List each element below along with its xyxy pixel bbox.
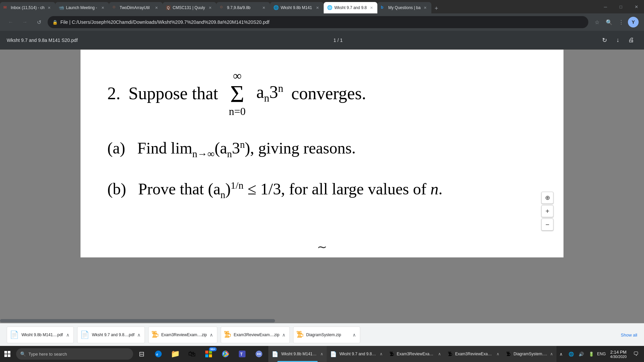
cmsc131-favicon: Q [166,5,171,10]
lang-label[interactable]: ENG [597,349,606,359]
download-item-5[interactable]: 🗜 DiagramSystem.zip ∧ [293,326,360,343]
download-item-2[interactable]: 📄 Wksht 9.7 and 9.8....pdf ∧ [77,326,145,343]
bookmark-button[interactable]: ☆ [592,17,602,27]
taskbar-discord[interactable] [251,346,267,362]
show-all-button[interactable]: Show all [621,333,637,338]
tab-myquestions-close[interactable]: ✕ [423,5,428,10]
volume-icon[interactable]: 🔊 [577,349,586,359]
taskbar-pdf1[interactable]: 📄 Wksht 9.8b M141....pdf ∧ [268,346,327,362]
pdf-download-button[interactable]: ↓ [612,34,624,46]
zoom-in-button[interactable]: + [541,205,553,217]
zip3-label: DiagramSystem.zip [514,352,547,356]
tab-wksht97[interactable]: 🌐 Wksht 9.7 and 9.8 ✕ [324,2,378,13]
taskbar-search[interactable]: 🔍 Type here to search [16,348,133,360]
download-info-5: DiagramSystem.zip [306,333,350,337]
suppose-text: Suppose that [128,83,218,103]
close-button[interactable]: ✕ [629,0,644,13]
zoom-controls: ⊕ + − [541,192,553,231]
clock-time: 2:14 PM [610,350,626,355]
download-icon-1: 📄 [10,330,19,339]
address-input[interactable]: 🔒 File | C:/Users/Joseph%20Chamdi/Downlo… [48,16,588,28]
tab-wksht97-title: Wksht 9.7 and 9.8 [334,5,367,10]
zip3-icon: 🗜 [506,351,511,357]
download-bar: 📄 Wksht 9.8b M141....pdf ∧ 📄 Wksht 9.7 a… [0,323,644,346]
zoom-out-button[interactable]: − [541,219,553,231]
sys-tray: ∧ 🌐 🔊 🔋 ENG [556,349,606,359]
clock-date: 4/30/2020 [610,355,627,359]
taskbar-chrome[interactable] [217,346,233,362]
pdf2-icon: 📄 [330,351,337,357]
scroll-thumb[interactable] [0,319,275,322]
address-bar: ← → ↺ 🔒 File | C:/Users/Joseph%20Chamdi/… [0,13,644,31]
download-chevron-3[interactable]: ∧ [210,332,213,338]
tab-wksht98b-close[interactable]: ✕ [315,5,320,10]
minimize-button[interactable]: ─ [598,0,613,13]
taskbar-store[interactable]: 🛍 [184,346,200,362]
maximize-button[interactable]: □ [613,0,629,13]
tab-gmail-close[interactable]: ✕ [47,5,52,10]
tab-myquestions[interactable]: b My Questions | ba ✕ [377,2,431,13]
battery-icon[interactable]: 🔋 [587,349,596,359]
tab-97-close[interactable]: ✕ [261,5,267,10]
tab-cmsc131-close[interactable]: ✕ [208,5,213,10]
start-button[interactable] [0,346,15,362]
download-chevron-2[interactable]: ∧ [137,332,141,338]
back-button[interactable]: ← [5,17,16,27]
zip1-label: Exam3ReviewExam....zip [397,352,435,356]
notification-button[interactable]: 🗨 [631,346,641,362]
zoom-button[interactable]: 🔍 [604,17,614,27]
tab-zoom-close[interactable]: ✕ [100,5,106,10]
download-item-1[interactable]: 📄 Wksht 9.8b M141....pdf ∧ [7,326,74,343]
search-icon: 🔍 [20,351,26,357]
download-chevron-1[interactable]: ∧ [66,332,69,338]
taskbar-edge[interactable]: e [150,346,166,362]
refresh-button[interactable]: ↺ [34,17,44,27]
pdf2-label: Wksht 9.7 and 9.8....pdf [339,352,377,356]
taskbar-zip3[interactable]: 🗜 DiagramSystem.zip ∧ [503,346,556,362]
pdf-scrollbar[interactable] [0,318,644,323]
download-item-3[interactable]: 🗜 Exam3ReviewExam....zip ∧ [148,326,217,343]
taskbar-explorer[interactable]: 📁 [167,346,183,362]
move-button[interactable]: ⊕ [541,192,553,204]
tab-zoom[interactable]: 📹 Launch Meeting - ✕ [55,2,109,13]
download-item-4[interactable]: 🗜 Exam3ReviewExam....zip ∧ [221,326,290,343]
part-b: (b) Prove that (an)1/n ≤ 1/3, for all la… [107,178,537,201]
forward-button[interactable]: → [19,17,30,27]
tab-cmsc131[interactable]: Q CMSC131 | Quuly ✕ [163,2,216,13]
tab-wksht98b[interactable]: 🌐 Wksht 9.8b M141 ✕ [270,2,324,13]
download-chevron-4[interactable]: ∧ [282,332,285,338]
discord-icon [255,350,263,358]
taskbar-teams[interactable]: T [234,346,250,362]
part-a-label: (a) Find limn→∞(an3n), giving reasons. [107,139,356,157]
new-tab-button[interactable]: + [431,3,441,13]
download-chevron-5[interactable]: ∧ [353,332,356,338]
tab-quuly[interactable]: ⚙ TwoDimArrayUtil ✕ [109,2,163,13]
pdf-print-button[interactable]: 🖨 [625,34,637,46]
taskbar-zip1[interactable]: 🗜 Exam3ReviewExam....zip ∧ [386,346,444,362]
pdf-refresh-button[interactable]: ↻ [598,34,610,46]
svg-rect-1 [205,351,208,354]
explorer-icon: 📁 [171,350,180,358]
tab-wksht97-close[interactable]: ✕ [369,5,374,10]
svg-rect-4 [209,354,212,357]
part-b-label: (b) Prove that (an)1/n ≤ 1/3, for all la… [107,180,442,198]
network-icon[interactable]: 🌐 [567,349,576,359]
tab-gmail[interactable]: ✉ Inbox (11,514) - ch ✕ [0,2,55,13]
tab-quuly-close[interactable]: ✕ [154,5,159,10]
pdf-page: 2. Suppose that ∞ Σ n=0 an3n converges. … [80,50,564,257]
clock[interactable]: 2:14 PM 4/30/2020 [607,350,629,359]
pdf2-chevron: ∧ [380,352,383,356]
taskbar-zip2[interactable]: 🗜 Exam3ReviewExam....zip ∧ [444,346,503,362]
download-icon-5: 🗜 [296,330,304,339]
wksht97-favicon: 🌐 [327,5,332,10]
task-view-button[interactable]: ⊟ [135,346,149,362]
tray-chevron[interactable]: ∧ [556,349,566,359]
settings-button[interactable]: ⋮ [616,17,627,27]
tab-97[interactable]: ⚙ 9.7,9.8a/9.8b ✕ [216,2,270,13]
download-name-4: Exam3ReviewExam....zip [234,333,279,337]
problem-number: 2. [107,83,120,103]
taskbar-app-badge[interactable]: 99+ [201,346,217,362]
gmail-favicon: ✉ [3,5,9,10]
taskbar-pdf2[interactable]: 📄 Wksht 9.7 and 9.8....pdf ∧ [327,346,386,362]
avatar-button[interactable]: Y [628,17,639,27]
